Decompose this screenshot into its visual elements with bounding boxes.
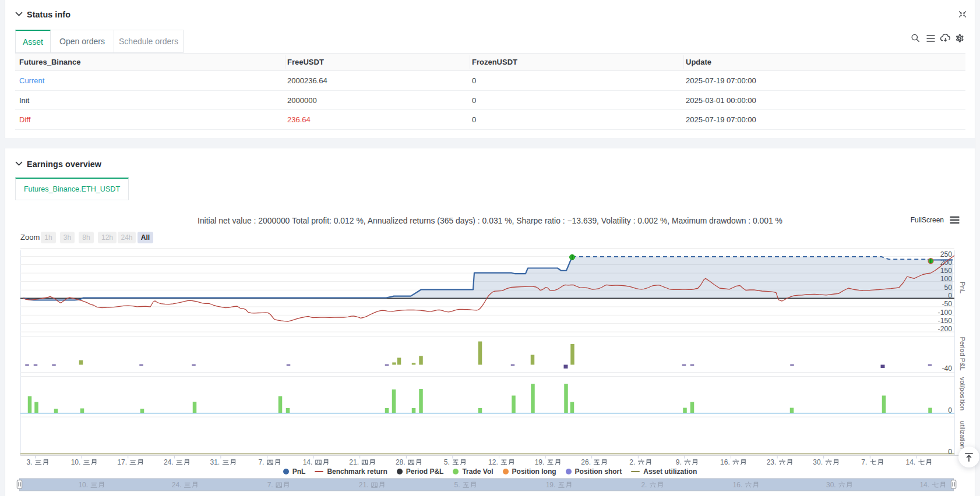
svg-text:3.: 3. — [26, 458, 32, 466]
svg-text:5.: 5. — [454, 481, 460, 489]
svg-text:19.: 19. — [535, 458, 545, 466]
svg-text:0: 0 — [948, 406, 952, 414]
svg-text:2.: 2. — [641, 481, 647, 489]
svg-text:24.: 24. — [164, 458, 174, 466]
svg-text:9.: 9. — [676, 458, 682, 466]
svg-text:26.: 26. — [581, 458, 591, 466]
svg-text:31.: 31. — [210, 458, 220, 466]
svg-text:7.: 7. — [267, 481, 273, 489]
svg-text:7.: 7. — [861, 458, 867, 466]
svg-text:14.: 14. — [906, 458, 916, 466]
svg-text:19.: 19. — [546, 481, 556, 489]
svg-text:30.: 30. — [826, 481, 836, 489]
svg-text:12.: 12. — [488, 458, 498, 466]
svg-text:-40: -40 — [942, 364, 952, 373]
svg-text:Period P&L: Period P&L — [959, 336, 966, 371]
svg-text:PnL: PnL — [959, 282, 966, 294]
svg-text:10.: 10. — [78, 481, 88, 489]
svg-text:vol/position: vol/position — [959, 377, 966, 411]
svg-text:30.: 30. — [813, 458, 823, 466]
svg-text:-200: -200 — [938, 325, 953, 333]
svg-text:16.: 16. — [720, 458, 730, 466]
svg-text:250: 250 — [940, 250, 953, 258]
svg-text:-50: -50 — [942, 300, 952, 308]
svg-text:utilization: utilization — [959, 421, 966, 449]
svg-text:-150: -150 — [938, 317, 953, 325]
svg-text:28.: 28. — [396, 458, 406, 466]
svg-text:5.: 5. — [444, 458, 450, 466]
svg-text:24.: 24. — [172, 481, 182, 489]
svg-text:16.: 16. — [733, 481, 743, 489]
svg-text:21.: 21. — [359, 481, 369, 489]
svg-text:23.: 23. — [767, 458, 777, 466]
svg-text:2.: 2. — [629, 458, 635, 466]
svg-text:-100: -100 — [938, 309, 953, 317]
svg-text:14.: 14. — [919, 481, 929, 489]
svg-text:10.: 10. — [71, 458, 81, 466]
svg-text:14.: 14. — [303, 458, 313, 466]
svg-text:21.: 21. — [349, 458, 359, 466]
svg-text:7.: 7. — [258, 458, 264, 466]
svg-text:17.: 17. — [117, 458, 127, 466]
svg-text:0: 0 — [948, 448, 952, 456]
